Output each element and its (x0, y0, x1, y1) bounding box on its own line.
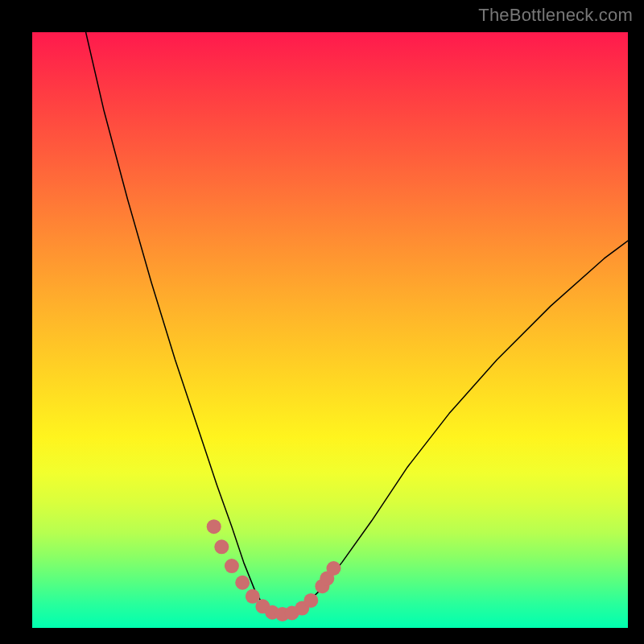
plot-area (32, 32, 628, 628)
svg-point-13 (326, 561, 341, 576)
svg-point-0 (207, 519, 221, 534)
chart-frame: TheBottleneck.com (0, 0, 644, 644)
svg-point-1 (214, 539, 229, 554)
bottleneck-curve (86, 32, 628, 614)
curve-svg (32, 32, 628, 628)
svg-point-10 (303, 593, 318, 608)
svg-point-3 (235, 576, 250, 590)
svg-point-2 (225, 559, 239, 573)
watermark-text: TheBottleneck.com (478, 5, 633, 26)
highlight-dots (207, 519, 341, 621)
